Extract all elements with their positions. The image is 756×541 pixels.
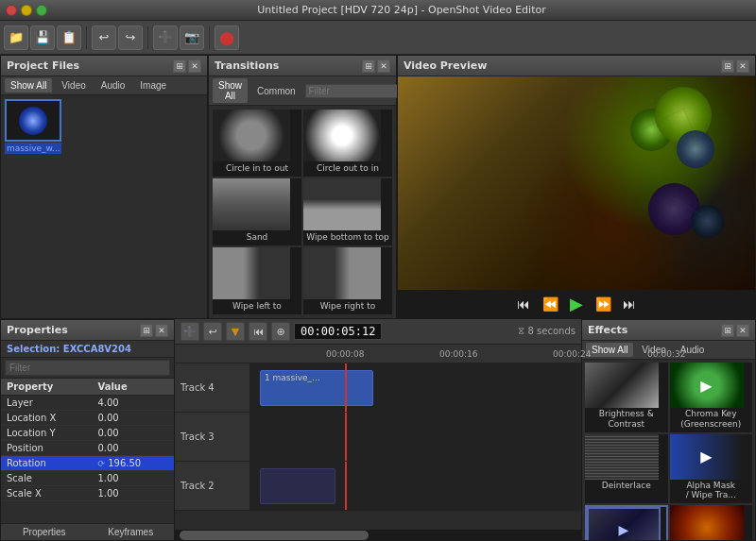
transition-item-wipe-right[interactable]: Wipe right to — [303, 247, 392, 314]
table-row[interactable]: Scale X 1.00 — [1, 486, 174, 501]
effect-brightness[interactable]: Brightness &Contrast — [585, 363, 668, 432]
track-label-3: Track 3 — [175, 413, 250, 461]
keyframes-tab[interactable]: Keyframes — [88, 524, 175, 540]
timeline-undo-button[interactable]: ↩ — [203, 322, 222, 341]
properties-filter-input[interactable] — [5, 360, 170, 376]
minimize-button[interactable] — [21, 5, 32, 16]
panel-float-button[interactable]: ⊞ — [173, 59, 186, 73]
trans-tab-show-all[interactable]: Show All — [213, 78, 248, 103]
clip-button[interactable]: 📋 — [57, 25, 81, 50]
tab-video[interactable]: Video — [56, 78, 91, 93]
effect-deinterlace[interactable]: Deinterlace — [585, 434, 668, 504]
vp-panel-controls[interactable]: ⊞ ✕ — [721, 59, 749, 73]
time-marker-3: 00:00:24 — [553, 349, 591, 359]
effects-float-button[interactable]: ⊞ — [721, 324, 734, 337]
maximize-button[interactable] — [36, 5, 47, 16]
transition-item-circle-out[interactable]: Circle out to in — [303, 110, 392, 177]
fast-forward-button[interactable]: ⏩ — [593, 294, 613, 314]
track-content-4[interactable]: 1 massive_... — [250, 363, 581, 412]
redo-button[interactable]: ↪ — [118, 25, 143, 50]
effect-thumb — [670, 363, 744, 408]
transition-item-sand[interactable]: Sand — [213, 178, 301, 245]
table-row[interactable]: Layer 4.00 — [1, 396, 174, 411]
toolbar-separator-1 — [86, 26, 87, 49]
rewind-button[interactable]: ⏪ — [540, 294, 560, 314]
trans-tab-common[interactable]: Common — [251, 84, 301, 98]
record-button[interactable]: ⬤ — [215, 25, 239, 50]
import-button[interactable]: 📷 — [180, 25, 204, 50]
vp-close-button[interactable]: ✕ — [736, 59, 749, 73]
table-row-rotation[interactable]: Rotation ⟳ 196.50 — [1, 456, 174, 471]
time-marker-1: 00:00:08 — [326, 349, 364, 359]
panel-controls[interactable]: ⊞ ✕ — [173, 59, 201, 73]
property-value: 0.00 — [92, 441, 174, 456]
clip-label: 1 massive_... — [265, 373, 320, 382]
effects-tab-show-all[interactable]: Show All — [586, 343, 633, 357]
transition-item-wipe-bottom[interactable]: Wipe bottom to top — [303, 178, 392, 245]
effect-chroma[interactable]: Chroma Key(Greenscreen) — [670, 363, 753, 432]
file-label: massive_w... — [5, 143, 61, 154]
timeline-razor-button[interactable]: ▼ — [226, 322, 245, 341]
tab-image[interactable]: Image — [134, 78, 172, 93]
trans-float-button[interactable]: ⊞ — [362, 59, 375, 73]
table-row[interactable]: Location X 0.00 — [1, 411, 174, 426]
trans-close-button[interactable]: ✕ — [377, 59, 390, 73]
transitions-grid: Circle in to out Circle out to in Sand W… — [209, 106, 396, 318]
table-row[interactable]: Scale 1.00 — [1, 471, 174, 486]
props-float-button[interactable]: ⊞ — [140, 324, 153, 337]
tab-audio[interactable]: Audio — [95, 78, 131, 93]
scrollbar-thumb[interactable] — [180, 531, 369, 540]
new-button[interactable]: 📁 — [4, 25, 28, 50]
window-controls[interactable] — [6, 5, 47, 16]
props-close-button[interactable]: ✕ — [155, 324, 168, 337]
play-button[interactable]: ▶ — [566, 294, 587, 314]
property-name: Position — [1, 441, 92, 456]
property-value: ⟳ 196.50 — [92, 456, 174, 471]
transition-item-circle-in[interactable]: Circle in to out — [213, 110, 301, 177]
undo-button[interactable]: ↩ — [92, 25, 116, 50]
jump-end-button[interactable]: ⏭ — [619, 294, 640, 314]
effect-saturation[interactable]: ColorSaturation — [670, 505, 753, 540]
jump-start-button[interactable]: ⏮ — [513, 294, 534, 314]
clip-block-2[interactable] — [260, 468, 335, 504]
video-preview-header: Video Preview ⊞ ✕ — [398, 56, 755, 76]
property-name: Scale — [1, 471, 92, 486]
transition-item-wipe-left[interactable]: Wipe left to — [213, 247, 301, 314]
clip-block[interactable]: 1 massive_... — [260, 370, 373, 406]
transition-label: Wipe right to — [303, 299, 392, 313]
transition-thumb — [303, 178, 381, 230]
video-controls: ⏮ ⏪ ▶ ⏩ ⏭ — [398, 290, 755, 318]
file-thumbnail — [5, 99, 61, 142]
track-content-2[interactable] — [250, 462, 581, 510]
add-button[interactable]: ➕ — [153, 25, 178, 50]
timeline-center-button[interactable]: ⊕ — [271, 322, 290, 341]
effect-alpha[interactable]: Alpha Mask/ Wipe Tra... — [670, 434, 753, 504]
timeline-duration: ⧖ 8 seconds — [518, 326, 576, 337]
timeline-add-button[interactable]: ➕ — [180, 322, 199, 341]
save-button[interactable]: 💾 — [30, 25, 55, 50]
timeline-scrollbar[interactable] — [175, 530, 581, 541]
tab-show-all[interactable]: Show All — [5, 78, 52, 93]
timeline-jump-start-button[interactable]: ⏮ — [249, 322, 267, 341]
effects-panel-controls[interactable]: ⊞ ✕ — [721, 324, 749, 337]
table-row[interactable]: Location Y 0.00 — [1, 426, 174, 441]
effect-negative[interactable]: Negative — [585, 505, 668, 540]
properties-header: Properties ⊞ ✕ — [1, 320, 174, 341]
properties-tab[interactable]: Properties — [1, 524, 88, 540]
file-item[interactable]: massive_w... — [5, 99, 61, 314]
track-content-3[interactable] — [250, 413, 581, 461]
table-row[interactable]: Position 0.00 — [1, 441, 174, 456]
panel-close-button[interactable]: ✕ — [188, 59, 201, 73]
trans-panel-controls[interactable]: ⊞ ✕ — [362, 59, 390, 73]
effects-close-button[interactable]: ✕ — [736, 324, 749, 337]
bottom-row: Properties ⊞ ✕ Selection: EXCCA8V204 Pro… — [0, 319, 756, 541]
props-panel-controls[interactable]: ⊞ ✕ — [140, 324, 168, 337]
vp-float-button[interactable]: ⊞ — [721, 59, 734, 73]
transition-thumb — [303, 110, 381, 161]
properties-title: Properties — [7, 324, 68, 336]
effect-label: Brightness &Contrast — [585, 408, 668, 431]
titlebar: Untitled Project [HDV 720 24p] - OpenSho… — [0, 0, 756, 21]
close-button[interactable] — [6, 5, 17, 16]
property-name: Layer — [1, 396, 92, 411]
property-value: 0.00 — [92, 426, 174, 441]
